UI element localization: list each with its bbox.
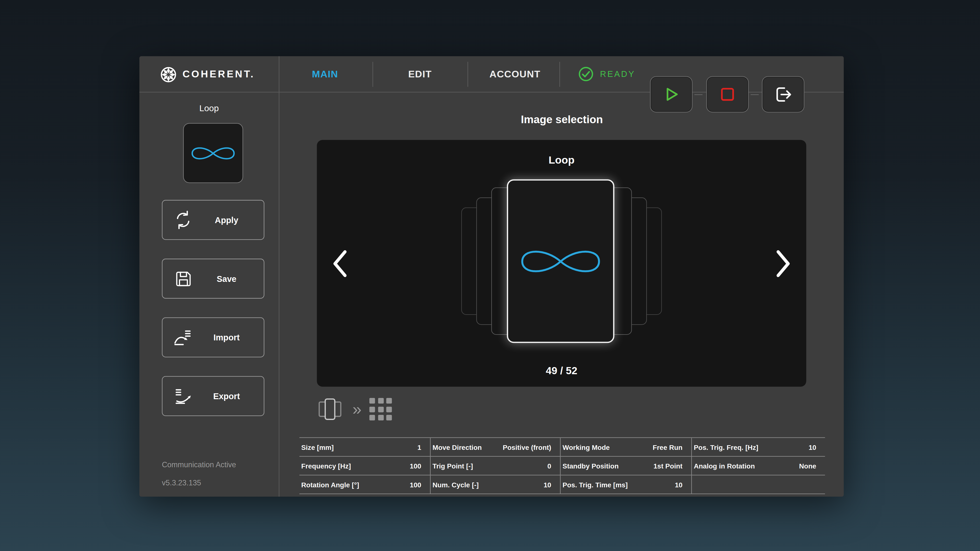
carousel-prev-button[interactable] [332,250,348,277]
app-window: COHERENT. MAIN EDIT ACCOUNT READY [139,56,844,497]
brand-text: COHERENT. [183,69,255,80]
param-cell: Pos. Trig. Time [ms] 10 [560,475,692,494]
param-cell: Move Direction Positive (front) [431,438,561,457]
infinity-icon [517,240,605,282]
param-cell: Frequency [Hz] 100 [299,457,431,476]
tab-account[interactable]: ACCOUNT [469,56,561,92]
brand: COHERENT. [139,56,279,92]
stop-button[interactable] [706,76,749,113]
nav-separator [559,62,560,87]
infinity-icon [189,141,237,165]
export-icon [170,386,196,406]
play-button[interactable] [650,76,692,113]
grid-view-icon[interactable] [370,398,392,421]
param-cell: Pos. Trig. Freq. [Hz] 10 [692,438,825,457]
param-cell: Analog in Rotation None [692,457,825,476]
carousel-counter: 49 / 52 [317,365,806,376]
nav-separator [372,62,373,87]
param-cell: Num. Cycle [-] 10 [431,475,561,494]
export-button[interactable]: Export [162,376,264,416]
param-cell-empty [692,475,825,494]
status-ready: READY [578,56,635,92]
export-label: Export [196,391,264,401]
page-title: Image selection [280,113,844,126]
tab-main[interactable]: MAIN [279,56,371,92]
desktop-background: COHERENT. MAIN EDIT ACCOUNT READY [0,0,980,551]
stop-icon [718,85,737,104]
param-cell: Standby Position 1st Point [560,457,692,476]
coverflow-view-icon[interactable] [315,397,344,422]
floppy-disk-icon [170,269,196,288]
save-label: Save [196,274,264,283]
import-icon [170,327,196,348]
parameter-table: Size [mm] 1 Move Direction Positive (fro… [299,437,825,494]
coherent-logo-icon [160,66,177,83]
param-cell: Rotation Angle [°] 100 [299,475,431,494]
sync-arrows-icon [170,210,196,230]
image-selection-carousel: Loop [317,140,806,387]
view-mode-bar: » [315,397,392,422]
main-content: Image selection Loop [280,92,844,497]
save-button[interactable]: Save [162,259,264,299]
tab-edit[interactable]: EDIT [374,56,466,92]
selected-image-card[interactable] [507,179,614,343]
carousel-image-name: Loop [317,154,806,167]
status-text: READY [600,69,635,79]
carousel-next-button[interactable] [775,250,791,277]
communication-status: Communication Active [162,460,236,469]
play-icon [660,84,682,105]
nav-separator [468,62,468,87]
selected-image-label: Loop [139,103,279,113]
exit-button[interactable] [762,76,804,113]
param-cell: Trig Point [-] 0 [431,457,561,476]
sidebar: Loop Apply [139,92,279,497]
check-circle-icon [578,66,594,82]
param-cell: Size [mm] 1 [299,438,431,457]
button-connector [751,94,759,95]
exit-door-icon [773,85,793,104]
param-cell: Working Mode Free Run [560,438,692,457]
view-switch-glyph: » [353,397,362,422]
import-button[interactable]: Import [162,318,264,357]
apply-label: Apply [196,215,264,225]
button-connector [694,94,702,95]
apply-button[interactable]: Apply [162,200,264,240]
import-label: Import [196,333,264,342]
selected-image-thumbnail[interactable] [183,123,243,183]
version-label: v5.3.23.135 [162,478,201,487]
